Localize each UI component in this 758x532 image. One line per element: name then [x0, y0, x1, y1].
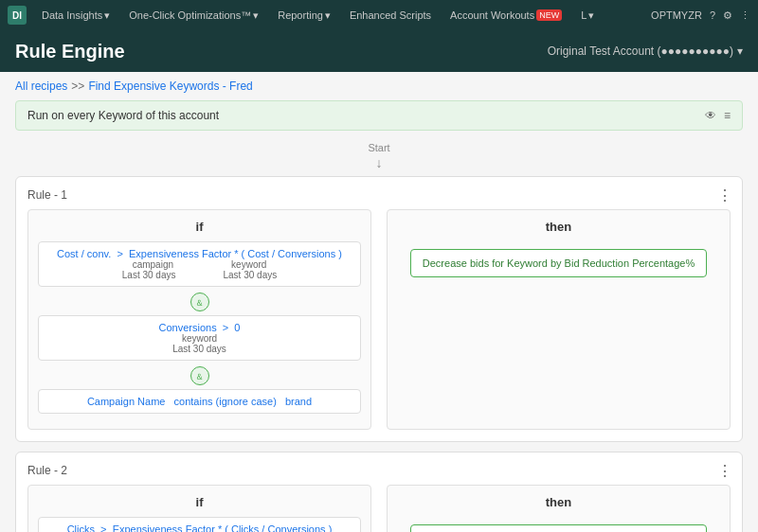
rule-1-if-label: if — [38, 220, 361, 234]
dropdown-icon: ▾ — [104, 9, 110, 22]
nav-one-click[interactable]: One-Click Optimizations™ ▾ — [121, 6, 266, 26]
dropdown-icon: ▾ — [588, 9, 594, 22]
account-selector[interactable]: Original Test Account (●●●●●●●●●●) ▾ — [548, 44, 743, 58]
content-area: All recipes >> Find Expensive Keywords -… — [0, 72, 758, 532]
menu-icon[interactable]: ≡ — [724, 109, 731, 122]
breadcrumb: All recipes >> Find Expensive Keywords -… — [15, 80, 743, 93]
nav-help-icon[interactable]: ? — [710, 9, 715, 21]
account-label: Original Test Account (●●●●●●●●●●) — [548, 44, 733, 58]
breadcrumb-all-recipes[interactable]: All recipes — [15, 80, 67, 93]
page-title: Rule Engine — [15, 41, 548, 62]
rule-1-action: Decrease bids for Keyword by Bid Reducti… — [410, 249, 707, 277]
nav-enhanced-scripts[interactable]: Enhanced Scripts — [342, 6, 439, 25]
nav-data-insights[interactable]: Data Insights ▾ — [34, 6, 117, 26]
rule-1-if-section: if Cost / conv. > Expensiveness Factor *… — [27, 209, 371, 430]
rule-2-menu[interactable]: ⋮ — [717, 462, 732, 480]
rule-1-condition-1: Cost / conv. > Expensiveness Factor * ( … — [38, 241, 361, 287]
eye-icon[interactable]: 👁 — [705, 109, 716, 122]
rule-1-condition-3: Campaign Name contains (ignore case) bra… — [38, 389, 361, 414]
nav-optmyzr: OPTMYZR — [651, 9, 702, 21]
rule-2-then-section: then Decrease bids for Keyword by Bid Re… — [387, 485, 731, 532]
nav-reporting[interactable]: Reporting ▾ — [270, 6, 338, 26]
rule-1-then-label: then — [546, 220, 571, 234]
nav-l[interactable]: L ▾ — [573, 6, 602, 26]
rule-1-then-section: then Decrease bids for Keyword by Bid Re… — [387, 209, 731, 430]
nav-more-icon[interactable]: ⋮ — [740, 9, 750, 22]
top-nav: DI Data Insights ▾ One-Click Optimizatio… — [0, 0, 758, 30]
rule-1-header: Rule - 1 — [27, 188, 731, 202]
rule-2-if-section: if Clicks > Expensiveness Factor * ( Cli… — [27, 485, 371, 532]
page-header: Rule Engine Original Test Account (●●●●●… — [0, 30, 758, 72]
new-badge: NEW — [536, 9, 562, 21]
nav-gear-icon[interactable]: ⚙ — [723, 9, 732, 22]
rule-1-body: if Cost / conv. > Expensiveness Factor *… — [27, 209, 731, 430]
nav-account-workouts[interactable]: Account Workouts NEW — [442, 6, 569, 25]
rule-1-condition-2: Conversions > 0 keyword Last 30 days — [38, 315, 361, 361]
start-arrow: ↓ — [15, 155, 743, 170]
rule-2-header: Rule - 2 — [27, 464, 731, 477]
dropdown-icon: ▾ — [325, 9, 331, 22]
rule-2-then-label: then — [546, 495, 571, 509]
rule-2-condition-1: Clicks > Expensiveness Factor * ( Clicks… — [38, 517, 361, 532]
run-on-icons: 👁 ≡ — [705, 109, 731, 122]
run-on-bar: Run on every Keyword of this account 👁 ≡ — [15, 100, 743, 131]
logo-icon[interactable]: DI — [8, 6, 27, 25]
rule-2-body: if Clicks > Expensiveness Factor * ( Cli… — [27, 485, 731, 532]
rule-2-if-label: if — [38, 495, 361, 509]
flow-start-label: Start — [15, 142, 743, 153]
run-on-text: Run on every Keyword of this account — [27, 109, 219, 122]
account-dropdown-icon: ▾ — [737, 44, 743, 58]
rule-1-menu[interactable]: ⋮ — [717, 186, 732, 204]
breadcrumb-current: Find Expensive Keywords - Fred — [88, 80, 252, 93]
rule-card-2: Rule - 2 ⋮ if Clicks > Expensiveness Fac… — [15, 452, 743, 532]
rule-card-1: Rule - 1 ⋮ if Cost / conv. > Expensivene… — [15, 176, 743, 442]
rule-2-action: Decrease bids for Keyword by Bid Reducti… — [410, 524, 707, 532]
breadcrumb-separator: >> — [71, 80, 84, 93]
and-connector-1: ＆ — [38, 293, 361, 311]
dropdown-icon: ▾ — [253, 9, 259, 22]
and-connector-2: ＆ — [38, 366, 361, 385]
